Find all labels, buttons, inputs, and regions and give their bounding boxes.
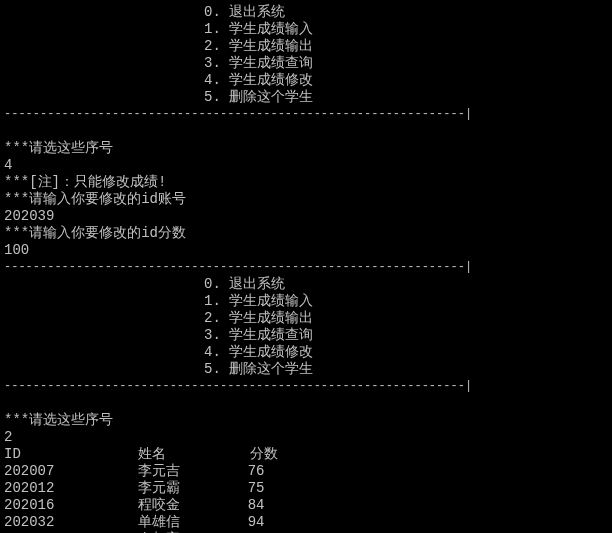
menu-item-3: 3. 学生成绩查询 [204, 327, 612, 344]
menu-item-4: 4. 学生成绩修改 [204, 72, 612, 89]
menu-item-2: 2. 学生成绩输出 [204, 310, 612, 327]
table-row: 202012 李元霸 75 [4, 480, 612, 497]
menu-item-2: 2. 学生成绩输出 [204, 38, 612, 55]
blank-line [4, 123, 612, 140]
col-score: 分数 [250, 446, 278, 462]
menu-item-0: 0. 退出系统 [204, 4, 612, 21]
prompt-select-1: ***请选这些序号 [4, 140, 612, 157]
blank-line [4, 395, 612, 412]
menu-item-4: 4. 学生成绩修改 [204, 344, 612, 361]
cell-id: 202007 [4, 463, 138, 479]
separator-line: ----------------------------------------… [4, 106, 612, 123]
user-input-id: 202039 [4, 208, 612, 225]
table-row: 202032 单雄信 94 [4, 514, 612, 531]
user-input-menu-choice-1: 4 [4, 157, 612, 174]
user-input-score: 100 [4, 242, 612, 259]
menu-item-3: 3. 学生成绩查询 [204, 55, 612, 72]
menu-block-2: 0. 退出系统 1. 学生成绩输入 2. 学生成绩输出 3. 学生成绩查询 4.… [204, 276, 612, 378]
cell-name: 程咬金 [138, 497, 247, 513]
prompt-ask-score: ***请输入你要修改的id分数 [4, 225, 612, 242]
menu-item-5: 5. 删除这个学生 [204, 89, 612, 106]
cell-id: 202032 [4, 514, 138, 530]
cell-score: 76 [248, 463, 265, 479]
cell-id: 202012 [4, 480, 138, 496]
prompt-ask-id: ***请输入你要修改的id账号 [4, 191, 612, 208]
cell-name: 单雄信 [138, 514, 247, 530]
menu-item-1: 1. 学生成绩输入 [204, 21, 612, 38]
menu-item-0: 0. 退出系统 [204, 276, 612, 293]
cell-id: 202016 [4, 497, 138, 513]
user-input-menu-choice-2: 2 [4, 429, 612, 446]
prompt-select-2: ***请选这些序号 [4, 412, 612, 429]
col-name: 姓名 [138, 446, 250, 462]
separator-line: ----------------------------------------… [4, 378, 612, 395]
col-id: ID [4, 446, 138, 462]
table-row: 202007 李元吉 76 [4, 463, 612, 480]
cell-score: 84 [248, 497, 265, 513]
cell-name: 李元吉 [138, 463, 247, 479]
score-table: ID 姓名 分数 202007 李元吉 76 202012 李元霸 75 202… [4, 446, 612, 533]
menu-block-1: 0. 退出系统 1. 学生成绩输入 2. 学生成绩输出 3. 学生成绩查询 4.… [204, 4, 612, 106]
cell-score: 75 [248, 480, 265, 496]
menu-item-1: 1. 学生成绩输入 [204, 293, 612, 310]
terminal-window: 0. 退出系统 1. 学生成绩输入 2. 学生成绩输出 3. 学生成绩查询 4.… [0, 0, 612, 533]
table-row: 202016 程咬金 84 [4, 497, 612, 514]
cell-score: 94 [248, 514, 265, 530]
prompt-note: ***[注]：只能修改成绩! [4, 174, 612, 191]
cell-name: 李元霸 [138, 480, 247, 496]
menu-item-5: 5. 删除这个学生 [204, 361, 612, 378]
table-header: ID 姓名 分数 [4, 446, 612, 463]
separator-line: ----------------------------------------… [4, 259, 612, 276]
